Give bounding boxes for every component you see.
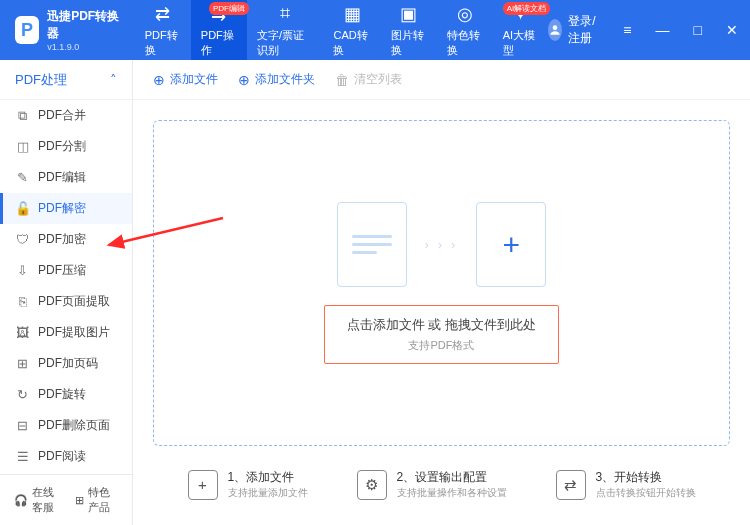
menu-button[interactable]: ≡ [619,20,635,40]
sidebar-item-icon: ⎘ [15,294,30,309]
sidebar-item-label: PDF编辑 [38,169,86,186]
grid-icon: ⊞ [75,494,84,507]
close-button[interactable]: ✕ [722,20,742,40]
main-panel: ⊕ 添加文件 ⊕ 添加文件夹 🗑 清空列表 [133,60,750,525]
sidebar-item-icon: ⊞ [15,356,30,371]
step-add-icon: + [188,470,218,500]
maximize-button[interactable]: □ [690,20,706,40]
app-version: v1.1.9.0 [47,42,120,52]
login-button[interactable]: 登录/注册 [548,13,599,47]
sidebar-item-label: PDF压缩 [38,262,86,279]
clear-list-button[interactable]: 🗑 清空列表 [335,71,402,88]
nav-image[interactable]: ▣ 图片转换 [381,0,437,60]
sidebar-item-6[interactable]: ⎘PDF页面提取 [0,286,132,317]
featured-link[interactable]: ⊞ 特色产品 [75,485,118,515]
step-3: ⇄ 3、开始转换 点击转换按钮开始转换 [556,469,696,500]
sidebar-item-label: PDF加密 [38,231,86,248]
window-controls: ≡ — □ ✕ [619,20,742,40]
content-area: › › › + 点击添加文件 或 拖拽文件到此处 支持PDF格式 + 1、添加文… [133,100,750,525]
headset-icon: 🎧 [14,494,28,507]
sidebar-item-icon: ↻ [15,387,30,402]
logo-icon: P [15,16,39,44]
step-1: + 1、添加文件 支持批量添加文件 [188,469,308,500]
sidebar-item-label: PDF阅读 [38,448,86,465]
sidebar-item-4[interactable]: 🛡PDF加密 [0,224,132,255]
user-area: 登录/注册 ≡ — □ ✕ [548,13,742,47]
minimize-button[interactable]: — [652,20,674,40]
add-folder-button[interactable]: ⊕ 添加文件夹 [238,71,315,88]
nav-cad[interactable]: ▦ CAD转换 [323,0,380,60]
sidebar-item-label: PDF删除页面 [38,417,110,434]
sidebar-item-label: PDF提取图片 [38,324,110,341]
sidebar-item-icon: ⇩ [15,263,30,278]
sidebar-item-label: PDF解密 [38,200,86,217]
sidebar-header[interactable]: PDF处理 ˄ [0,60,132,100]
sidebar-item-1[interactable]: ◫PDF分割 [0,131,132,162]
toolbar: ⊕ 添加文件 ⊕ 添加文件夹 🗑 清空列表 [133,60,750,100]
file-icon [337,202,407,287]
plus-folder-icon: ⊕ [238,72,250,88]
sidebar-item-label: PDF旋转 [38,386,86,403]
dropzone-visual: › › › + [337,202,547,287]
sidebar-item-label: PDF分割 [38,138,86,155]
plus-icon: + [503,228,521,262]
badge-ai: AI解读文档 [503,2,551,15]
chevron-up-icon: ˄ [110,72,117,87]
sidebar-item-label: PDF页面提取 [38,293,110,310]
trash-icon: 🗑 [335,72,349,88]
sidebar-item-icon: ◫ [15,139,30,154]
titlebar: P 迅捷PDF转换器 v1.1.9.0 ⇄ PDF转换 PDF编辑 ⇆ PDF操… [0,0,750,60]
nav-pdf-convert[interactable]: ⇄ PDF转换 [135,0,191,60]
ocr-icon: ⌗ [274,3,296,25]
app-title: 迅捷PDF转换器 [47,8,120,42]
svg-point-0 [553,25,558,30]
nav-ocr[interactable]: ⌗ 文字/票证识别 [247,0,324,60]
sidebar-item-icon: 🖼 [15,325,30,340]
sidebar-item-3[interactable]: 🔓PDF解密 [0,193,132,224]
badge-pdf-edit: PDF编辑 [209,2,249,15]
convert-icon: ⇄ [152,3,174,25]
avatar-icon [548,19,562,41]
nav-pdf-operate[interactable]: PDF编辑 ⇆ PDF操作 [191,0,247,60]
sidebar-footer: 🎧 在线客服 ⊞ 特色产品 [0,474,132,525]
sidebar-item-label: PDF合并 [38,107,86,124]
sidebar-item-icon: 🛡 [15,232,30,247]
nav-special[interactable]: ◎ 特色转换 [437,0,493,60]
dropzone-subtitle: 支持PDF格式 [347,338,536,353]
sidebar-item-icon: ⧉ [15,108,30,123]
sidebar-item-label: PDF加页码 [38,355,98,372]
sidebar-item-7[interactable]: 🖼PDF提取图片 [0,317,132,348]
dots-icon: › › › [425,238,459,252]
sidebar-item-icon: 🔓 [15,201,30,216]
dropzone-text: 点击添加文件 或 拖拽文件到此处 支持PDF格式 [324,305,559,364]
cad-icon: ▦ [341,3,363,25]
step-convert-icon: ⇄ [556,470,586,500]
sidebar-item-icon: ☰ [15,449,30,464]
sidebar-item-0[interactable]: ⧉PDF合并 [0,100,132,131]
dropzone[interactable]: › › › + 点击添加文件 或 拖拽文件到此处 支持PDF格式 [153,120,730,446]
sidebar-item-9[interactable]: ↻PDF旋转 [0,379,132,410]
step-settings-icon: ⚙ [357,470,387,500]
plus-file-icon: ⊕ [153,72,165,88]
add-file-button[interactable]: ⊕ 添加文件 [153,71,218,88]
app-logo: P 迅捷PDF转换器 v1.1.9.0 [15,8,120,52]
special-icon: ◎ [454,3,476,25]
support-link[interactable]: 🎧 在线客服 [14,485,61,515]
sidebar-item-8[interactable]: ⊞PDF加页码 [0,348,132,379]
sidebar-item-5[interactable]: ⇩PDF压缩 [0,255,132,286]
nav-tabs: ⇄ PDF转换 PDF编辑 ⇆ PDF操作 ⌗ 文字/票证识别 ▦ CAD转换 … [135,0,548,60]
sidebar: PDF处理 ˄ ⧉PDF合并◫PDF分割✎PDF编辑🔓PDF解密🛡PDF加密⇩P… [0,60,133,525]
image-icon: ▣ [398,3,420,25]
step-2: ⚙ 2、设置输出配置 支持批量操作和各种设置 [357,469,507,500]
sidebar-item-11[interactable]: ☰PDF阅读 [0,441,132,472]
dropzone-title: 点击添加文件 或 拖拽文件到此处 [347,316,536,334]
sidebar-item-icon: ✎ [15,170,30,185]
steps-row: + 1、添加文件 支持批量添加文件 ⚙ 2、设置输出配置 支持批量操作和各种设置… [153,464,730,505]
sidebar-item-2[interactable]: ✎PDF编辑 [0,162,132,193]
sidebar-item-10[interactable]: ⊟PDF删除页面 [0,410,132,441]
sidebar-items: ⧉PDF合并◫PDF分割✎PDF编辑🔓PDF解密🛡PDF加密⇩PDF压缩⎘PDF… [0,100,132,474]
sidebar-item-icon: ⊟ [15,418,30,433]
file-add-icon: + [476,202,546,287]
nav-ai[interactable]: AI解读文档 ✦ AI大模型 [493,0,549,60]
